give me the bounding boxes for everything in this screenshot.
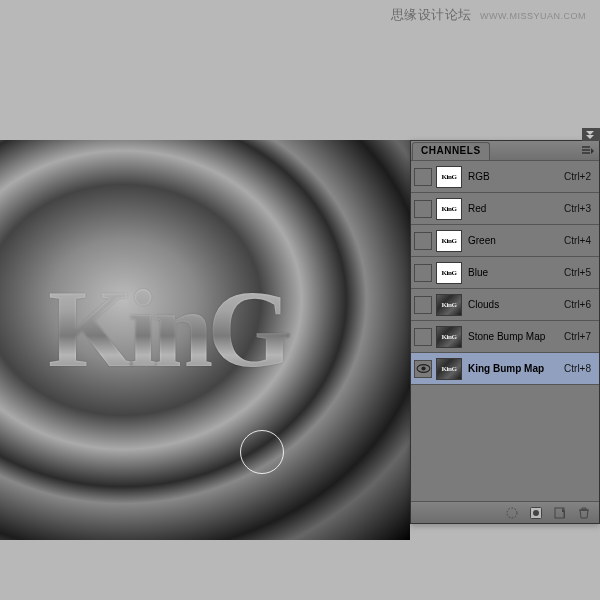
channel-name: Red: [468, 203, 564, 214]
channel-name: King Bump Map: [468, 363, 564, 374]
panel-collapse-button[interactable]: [582, 128, 600, 141]
visibility-toggle[interactable]: [414, 360, 432, 378]
channel-shortcut: Ctrl+2: [564, 171, 591, 182]
svg-point-1: [421, 366, 425, 370]
channels-panel: CHANNELS KinGRGBCtrl+2KinGRedCtrl+3KinGG…: [410, 140, 600, 524]
channel-row[interactable]: KinGGreenCtrl+4: [411, 225, 599, 257]
channel-row[interactable]: KinGRGBCtrl+2: [411, 161, 599, 193]
channel-thumbnail: KinG: [436, 326, 462, 348]
save-mask-icon[interactable]: [529, 506, 543, 520]
channel-shortcut: Ctrl+7: [564, 331, 591, 342]
panel-tabs: CHANNELS: [411, 141, 599, 161]
channel-name: RGB: [468, 171, 564, 182]
channel-shortcut: Ctrl+4: [564, 235, 591, 246]
channel-row[interactable]: KinGBlueCtrl+5: [411, 257, 599, 289]
channel-thumbnail: KinG: [436, 230, 462, 252]
channel-thumbnail: KinG: [436, 198, 462, 220]
channel-name: Stone Bump Map: [468, 331, 564, 342]
thumbnail-text: KinG: [441, 269, 456, 277]
visibility-toggle[interactable]: [414, 168, 432, 186]
channel-thumbnail: KinG: [436, 294, 462, 316]
visibility-toggle[interactable]: [414, 328, 432, 346]
channel-thumbnail: KinG: [436, 262, 462, 284]
channel-shortcut: Ctrl+8: [564, 363, 591, 374]
channel-row[interactable]: KinGRedCtrl+3: [411, 193, 599, 225]
visibility-toggle[interactable]: [414, 232, 432, 250]
channel-name: Clouds: [468, 299, 564, 310]
visibility-toggle[interactable]: [414, 264, 432, 282]
thumbnail-text: KinG: [441, 237, 456, 245]
new-channel-icon[interactable]: [553, 506, 567, 520]
panel-footer: [411, 501, 599, 523]
svg-point-4: [533, 510, 539, 516]
thumbnail-text: KinG: [441, 365, 456, 373]
panel-menu-icon[interactable]: [579, 142, 597, 160]
delete-channel-icon[interactable]: [577, 506, 591, 520]
thumbnail-text: KinG: [441, 173, 456, 181]
channel-shortcut: Ctrl+3: [564, 203, 591, 214]
watermark-sub: WWW.MISSYUAN.COM: [480, 11, 586, 21]
channel-row[interactable]: KinGStone Bump MapCtrl+7: [411, 321, 599, 353]
channel-row[interactable]: KinGCloudsCtrl+6: [411, 289, 599, 321]
watermark-main: 思缘设计论坛: [391, 7, 472, 22]
tab-channels[interactable]: CHANNELS: [412, 142, 490, 160]
canvas-text: KinG: [48, 266, 287, 393]
thumbnail-text: KinG: [441, 301, 456, 309]
brush-cursor-icon: [240, 430, 284, 474]
channel-name: Blue: [468, 267, 564, 278]
load-selection-icon[interactable]: [505, 506, 519, 520]
visibility-toggle[interactable]: [414, 296, 432, 314]
channel-thumbnail: KinG: [436, 358, 462, 380]
watermark: 思缘设计论坛 WWW.MISSYUAN.COM: [0, 6, 600, 24]
channel-shortcut: Ctrl+6: [564, 299, 591, 310]
panel-empty-area: [411, 385, 599, 501]
visibility-toggle[interactable]: [414, 200, 432, 218]
channel-shortcut: Ctrl+5: [564, 267, 591, 278]
channel-thumbnail: KinG: [436, 166, 462, 188]
document-canvas[interactable]: KinG: [0, 140, 410, 540]
channel-name: Green: [468, 235, 564, 246]
thumbnail-text: KinG: [441, 333, 456, 341]
channel-row[interactable]: KinGKing Bump MapCtrl+8: [411, 353, 599, 385]
svg-point-2: [507, 508, 517, 518]
thumbnail-text: KinG: [441, 205, 456, 213]
